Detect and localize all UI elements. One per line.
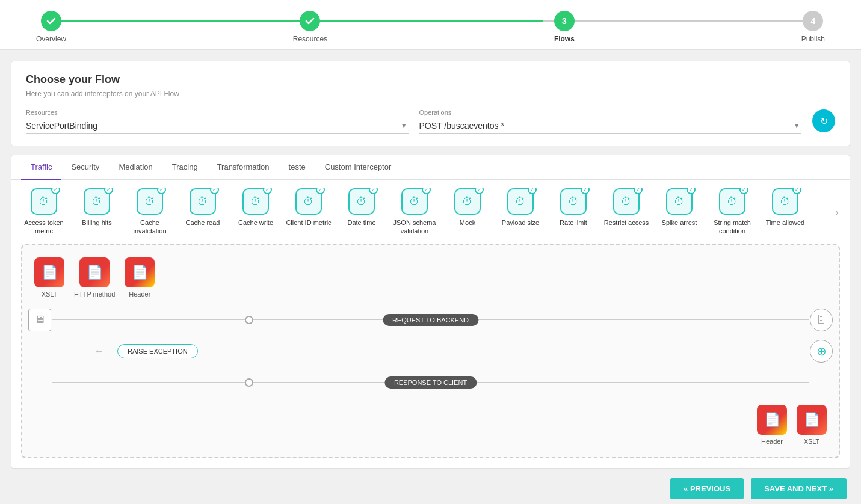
flow-bottom-items: 📄 Header 📄 XSLT [22,399,839,457]
flow-item-xslt-bottom[interactable]: 📄 XSLT [797,405,827,445]
interceptor-cache-read[interactable]: ⏱ ✓ Cache read [176,188,229,236]
response-lane: RESPONSE TO CLIENT [28,366,833,399]
page-title: Choose your Flow [26,73,835,86]
flow-item-header-top[interactable]: 📄 Header [125,257,155,298]
tab-mediation[interactable]: Mediation [109,155,162,180]
step-label-publish: Publish [801,35,825,43]
flow-mid-section: REQUEST TO BACKEND 🖥 🗄 ← RAISE EXCEPTION [28,304,833,399]
step-circle-overview [41,11,61,31]
refresh-button[interactable]: ↻ [812,109,835,132]
raise-exception-bubble[interactable]: RAISE EXCEPTION [117,344,198,358]
xslt-top-icon: 📄 [34,257,64,287]
operations-group: Operations POST /buscaeventos * [419,109,802,134]
tab-teste[interactable]: teste [279,155,315,180]
interceptor-string-match-condition[interactable]: ⏱ ✓ String match condition [706,188,759,236]
header-bottom-icon: 📄 [757,405,787,435]
xslt-top-label: XSLT [42,290,58,298]
raise-left-line [52,351,125,351]
step-flows[interactable]: 3 Flows [554,11,575,43]
response-label-bubble: RESPONSE TO CLIENT [384,376,477,389]
interceptor-rate-limit[interactable]: ⏱ ✓ Rate limit [547,188,600,236]
operations-label: Operations [419,109,802,116]
interceptor-label-restrict-access: Restrict access [604,218,649,227]
progress-track [54,20,807,22]
tab-tracing[interactable]: Tracing [162,155,208,180]
flow-item-header-bottom[interactable]: 📄 Header [757,405,787,445]
request-label-bubble: REQUEST TO BACKEND [383,314,478,326]
interceptor-label-billing-hits: Billing hits [82,218,112,227]
tab-transformation[interactable]: Transformation [208,155,279,180]
header-bottom-label: Header [761,438,783,445]
operations-select[interactable]: POST /buscaeventos * [419,118,802,134]
interceptor-date-time[interactable]: ⏱ ✓ Date time [335,188,388,236]
request-lane: REQUEST TO BACKEND 🖥 🗄 [28,304,833,336]
interceptor-icon-client-id-metric: ⏱ ✓ [295,188,322,215]
add-interceptor-button[interactable]: ⊕ [810,340,833,363]
tab-security[interactable]: Security [61,155,109,180]
interceptor-json-schema-validation[interactable]: ⏱ ✓ JSON schema validation [388,188,441,236]
header-top-label: Header [129,290,150,298]
backend-icon: 🗄 [810,309,833,331]
interceptor-icon-spike-arrest: ⏱ ✓ [666,188,693,215]
interceptor-label-payload-size: Payload size [502,218,539,227]
interceptor-time-allowed[interactable]: ⏱ ✓ Time allowed [759,188,812,236]
interceptor-label-cache-write: Cache write [238,218,273,227]
previous-button[interactable]: « PREVIOUS [670,478,744,499]
interceptors-row: ⏱ ✓ Access token metric ⏱ ✓ Billing hits… [11,180,850,244]
step-resources[interactable]: Resources [293,11,327,43]
interceptor-spike-arrest[interactable]: ⏱ ✓ Spike arrest [653,188,706,236]
header-top-icon: 📄 [125,257,155,287]
resources-select-wrapper: ServicePortBinding [26,118,409,134]
footer: « PREVIOUS SAVE AND NEXT » [0,469,861,504]
response-dot [245,378,253,387]
interceptor-access-token-metric[interactable]: ⏱ ✓ Access token metric [17,188,70,236]
main-card: Choose your Flow Here you can add interc… [11,61,850,146]
xslt-bottom-icon: 📄 [797,405,827,435]
interceptor-billing-hits[interactable]: ⏱ ✓ Billing hits [70,188,123,236]
interceptor-icon-time-allowed: ⏱ ✓ [772,188,798,215]
refresh-icon: ↻ [820,115,828,127]
page-subtitle: Here you can add interceptors on your AP… [26,90,835,98]
interceptor-label-rate-limit: Rate limit [560,218,587,227]
interceptor-cache-invalidation[interactable]: ⏱ ✓ Cache invalidation [123,188,176,236]
step-label-resources: Resources [293,35,327,43]
interceptors-list: ⏱ ✓ Access token metric ⏱ ✓ Billing hits… [17,188,830,236]
client-icon: 🖥 [28,309,51,331]
step-publish[interactable]: 4 Publish [801,11,825,43]
interceptor-icon-cache-invalidation: ⏱ ✓ [137,188,163,215]
step-label-overview: Overview [36,35,66,43]
tab-custom-interceptor[interactable]: Custom Interceptor [315,155,401,180]
interceptor-icon-access-token-metric: ⏱ ✓ [31,188,57,215]
flow-canvas: 📄 XSLT 📄 HTTP method 📄 Header [21,244,840,458]
step-circle-publish: 4 [803,11,823,31]
interceptor-label-json-schema-validation: JSON schema validation [388,218,441,236]
interceptor-mock[interactable]: ⏱ ✓ Mock [441,188,494,236]
step-overview[interactable]: Overview [36,11,66,43]
interceptor-icon-string-match-condition: ⏱ ✓ [719,188,745,215]
progress-bar: Overview Resources 3 Flows 4 Publish [0,0,861,50]
interceptor-cache-write[interactable]: ⏱ ✓ Cache write [229,188,282,236]
interceptor-icon-payload-size: ⏱ ✓ [507,188,534,215]
save-and-next-button[interactable]: SAVE AND NEXT » [751,478,847,499]
operations-select-wrapper: POST /buscaeventos * [419,118,802,134]
interceptor-label-cache-invalidation: Cache invalidation [123,218,176,236]
resources-row: Resources ServicePortBinding Operations … [26,109,835,134]
flow-item-http-top[interactable]: 📄 HTTP method [74,257,115,298]
interceptor-payload-size[interactable]: ⏱ ✓ Payload size [494,188,547,236]
interceptor-client-id-metric[interactable]: ⏱ ✓ Client ID metric [282,188,335,236]
step-circle-flows: 3 [554,11,575,31]
database-icon: 🗄 [816,315,826,325]
resources-select[interactable]: ServicePortBinding [26,118,409,134]
resources-label: Resources [26,109,409,116]
flow-top-items: 📄 XSLT 📄 HTTP method 📄 Header [22,245,839,304]
tabs-container: Traffic Security Mediation Tracing Trans… [11,155,850,469]
tab-traffic[interactable]: Traffic [21,155,61,180]
monitor-icon: 🖥 [34,313,45,326]
interceptor-icon-cache-write: ⏱ ✓ [242,188,269,215]
flow-item-xslt-top[interactable]: 📄 XSLT [34,257,64,298]
interceptor-restrict-access[interactable]: ⏱ ✓ Restrict access [600,188,653,236]
http-top-label: HTTP method [74,290,115,298]
scroll-right-arrow[interactable]: › [830,205,844,219]
xslt-bottom-label: XSLT [804,438,820,445]
http-top-icon: 📄 [79,257,110,287]
